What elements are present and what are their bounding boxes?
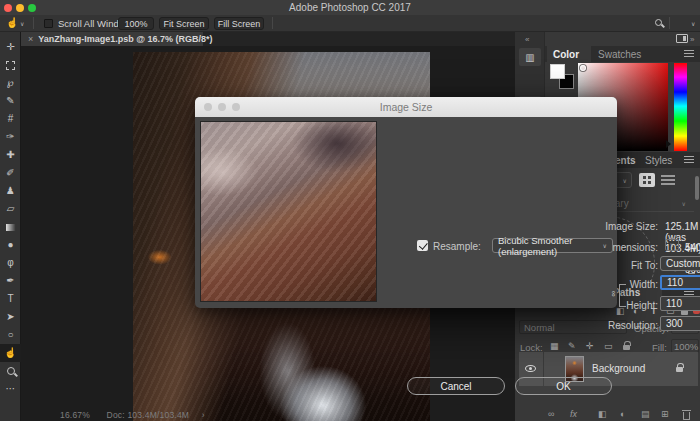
layer-visibility-eye-icon[interactable] [525, 365, 536, 372]
hue-slider-marker[interactable] [666, 140, 671, 148]
gradient-tool-icon [6, 224, 16, 231]
lock-position-icon[interactable]: ✛ [586, 341, 594, 351]
more-tools[interactable]: ⋯ [0, 380, 21, 398]
window-title: Adobe Photoshop CC 2017 [0, 2, 700, 13]
height-input[interactable]: 110 [660, 296, 700, 311]
collapse-panels-icon[interactable]: « [525, 35, 529, 44]
chevron-down-icon: ∨ [623, 178, 627, 184]
foreground-color-swatch[interactable] [550, 64, 565, 79]
cancel-button[interactable]: Cancel [407, 377, 505, 395]
photoshop-window: Adobe Photoshop CC 2017 ☝ ∨ Scroll All W… [0, 0, 700, 421]
move-tool[interactable]: ✛ [0, 38, 21, 56]
zoom-100-button[interactable]: 100% [118, 17, 154, 30]
fill-value: 100% [674, 341, 698, 352]
eyedropper-tool-icon: ✑ [6, 132, 14, 142]
blur-tool[interactable]: ● [0, 236, 21, 254]
lock-artboard-icon[interactable]: ▭ [604, 341, 613, 351]
fill-screen-button[interactable]: Fill Screen [214, 17, 264, 30]
fill-dropdown[interactable]: 100% [671, 339, 699, 353]
panel-dock-icon-bars[interactable]: ▥ [519, 48, 541, 66]
panel-scrollbar[interactable] [695, 176, 699, 200]
search-icon[interactable] [655, 19, 662, 26]
dialog-titlebar[interactable]: Image Size [195, 97, 617, 117]
link-chain-icon[interactable]: ∞ [609, 291, 618, 297]
fit-to-dropdown[interactable]: Custom ∨ [660, 256, 700, 271]
titlebar: Adobe Photoshop CC 2017 [0, 0, 700, 15]
new-layer-icon[interactable]: ⊞ [661, 409, 669, 419]
chevron-down-icon: ∨ [670, 242, 674, 248]
dimensions-unit-dropdown[interactable]: ∨ [665, 239, 679, 251]
hand-tool[interactable]: ☝ [0, 344, 21, 362]
delete-layer-icon[interactable] [683, 412, 690, 420]
status-chevron-icon[interactable]: › [202, 410, 205, 420]
grid-view-button[interactable] [639, 173, 655, 187]
eyedropper-tool[interactable]: ✑ [0, 128, 21, 146]
zoom-tool[interactable] [0, 362, 21, 380]
resample-label: Resample: [433, 241, 481, 252]
workspace-switcher-icon[interactable] [676, 34, 688, 43]
panel-menu-icon[interactable] [684, 156, 694, 163]
new-group-icon[interactable]: ▤ [641, 409, 650, 419]
hue-slider[interactable] [674, 63, 687, 151]
scroll-all-windows-checkbox[interactable] [44, 19, 53, 28]
more-tools-icon: ⋯ [6, 384, 16, 394]
dodge-tool-icon: φ [7, 258, 13, 268]
color-panel-swatches[interactable] [550, 64, 576, 90]
document-tab[interactable]: × YanZhang-Image1.psb @ 16.7% (RGB/8*) [21, 32, 203, 46]
chevron-down-icon[interactable]: ∨ [20, 21, 24, 27]
lock-pixels-icon[interactable]: ✎ [568, 341, 576, 351]
panel-menu-icon[interactable] [684, 50, 694, 57]
lock-transparency-icon[interactable]: ▦ [550, 341, 559, 351]
type-tool[interactable]: T [0, 290, 21, 308]
dodge-tool[interactable]: φ [0, 254, 21, 272]
zoom-level: 16.67% [60, 410, 90, 420]
width-input[interactable]: 110 [660, 275, 700, 290]
marquee-tool[interactable] [0, 56, 21, 74]
tab-styles[interactable]: Styles [645, 155, 672, 166]
tab-swatches[interactable]: Swatches [598, 49, 641, 60]
shape-tool[interactable]: ○ [0, 326, 21, 344]
width-value: 110 [667, 277, 683, 288]
expand-panels-icon[interactable]: » [690, 35, 694, 44]
image-preview[interactable] [200, 121, 377, 302]
close-tab-icon[interactable]: × [28, 34, 33, 44]
marquee-tool-icon [6, 61, 15, 70]
healing-brush-tool[interactable]: ✚ [0, 146, 21, 164]
link-layers-icon[interactable]: ∞ [548, 409, 554, 419]
bars-icon: ▥ [525, 52, 534, 63]
chevron-down-icon: ∨ [603, 243, 607, 249]
document-size: Doc: 103.4M/103.4M [107, 410, 190, 420]
color-picker-marker[interactable] [580, 65, 586, 71]
list-view-button[interactable] [661, 175, 675, 185]
chevron-down-icon: ∨ [682, 201, 686, 207]
pen-tool-icon: ✒ [6, 276, 14, 286]
document-tab-title: YanZhang-Image1.psb @ 16.7% (RGB/8*) [38, 34, 212, 44]
add-mask-icon[interactable]: ◧ [598, 409, 607, 419]
resample-dropdown[interactable]: Bicubic Smoother (enlargement)∨ [492, 238, 613, 253]
lock-all-icon[interactable] [623, 345, 630, 350]
separator [33, 17, 34, 29]
move-tool-icon: ✛ [6, 42, 14, 52]
brush-tool[interactable]: ✐ [0, 164, 21, 182]
resolution-input[interactable]: 300 [660, 316, 700, 331]
ok-button[interactable]: OK [515, 377, 612, 395]
lasso-tool-icon: ℘ [7, 78, 14, 88]
chevron-down-icon[interactable]: ∨ [691, 21, 695, 27]
tab-color[interactable]: Color [553, 49, 579, 60]
gradient-tool[interactable] [0, 218, 21, 236]
path-select-tool[interactable]: ➤ [0, 308, 21, 326]
quick-select-tool[interactable]: ✎ [0, 92, 21, 110]
eraser-tool[interactable]: ▱ [0, 200, 21, 218]
new-adjustment-icon[interactable]: ◐ [620, 409, 625, 419]
clone-stamp-tool[interactable]: ♟ [0, 182, 21, 200]
height-value: 110 [666, 298, 682, 309]
resolution-label: Resolution: [555, 320, 658, 331]
lasso-tool[interactable]: ℘ [0, 74, 21, 92]
healing-brush-tool-icon: ✚ [6, 150, 14, 160]
fit-screen-button[interactable]: Fit Screen [159, 17, 209, 30]
layer-fx-icon[interactable]: fx [570, 409, 577, 419]
resample-checkbox[interactable] [417, 240, 428, 251]
pen-tool[interactable]: ✒ [0, 272, 21, 290]
crop-tool[interactable]: # [0, 110, 21, 128]
blur-tool-icon: ● [7, 240, 13, 250]
